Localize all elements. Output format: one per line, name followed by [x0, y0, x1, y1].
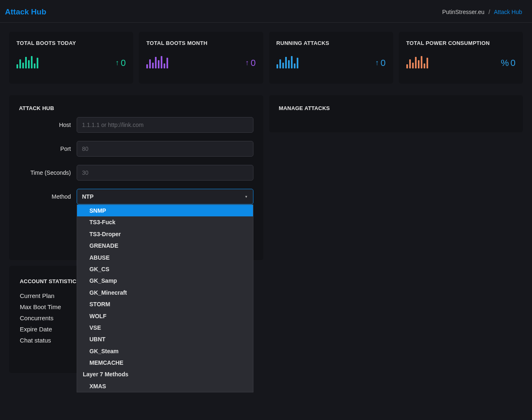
method-option[interactable]: VSE [77, 322, 253, 333]
manage-attacks-panel: MANAGE ATTACKS [269, 95, 523, 132]
topbar: Attack Hub PutinStresser.eu / Attack Hub [0, 0, 532, 23]
stat-label: RUNNING ATTACKS [277, 40, 386, 46]
mini-bar-chart-icon [406, 54, 428, 68]
method-option[interactable]: STORM [77, 298, 253, 310]
time-input[interactable] [77, 165, 253, 181]
breadcrumb-root[interactable]: PutinStresser.eu [442, 9, 485, 15]
method-option[interactable]: GRENADE [77, 240, 253, 251]
stat-value: ↑ 0 [245, 58, 255, 68]
method-dropdown[interactable]: SNMPTS3-FuckTS3-DroperGRENADEABUSEGK_CSG… [77, 204, 253, 392]
mini-bar-chart-icon [277, 54, 298, 68]
panel-title: MANAGE ATTACKS [279, 105, 513, 111]
method-option[interactable]: GK_Samp [77, 275, 253, 286]
port-label: Port [19, 145, 77, 152]
method-option[interactable]: MEMCACHE [77, 357, 253, 368]
arrow-up-icon: ↑ [115, 59, 119, 67]
method-option[interactable]: GK_CS [77, 263, 253, 275]
page-title: Attack Hub [5, 7, 46, 16]
method-option[interactable]: XMAS [77, 380, 253, 392]
stat-value: %0 [501, 58, 516, 68]
stat-card-boots-today: TOTAL BOOTS TODAY ↑ 0 [9, 32, 133, 84]
method-option[interactable]: ABUSE [77, 252, 253, 263]
attack-hub-panel: ATTACK HUB Host Port Time (Seconds) Meth… [9, 95, 263, 260]
method-option[interactable]: TS3-Fuck [77, 216, 253, 228]
method-selected-value: NTP [82, 193, 94, 200]
stat-card-running: RUNNING ATTACKS ↑ 0 [269, 32, 393, 84]
method-option[interactable]: SNMP [77, 205, 253, 216]
stat-card-boots-month: TOTAL BOOTS MONTH ↑ 0 [139, 32, 263, 84]
port-input[interactable] [77, 141, 253, 157]
method-optgroup-label: Layer 7 Methods [77, 368, 253, 380]
stat-value: ↑ 0 [115, 58, 126, 68]
method-option[interactable]: UBNT [77, 333, 253, 345]
method-option[interactable]: WOLF [77, 310, 253, 322]
method-option[interactable]: TS3-Droper [77, 228, 253, 240]
time-label: Time (Seconds) [19, 169, 77, 176]
host-label: Host [19, 122, 77, 128]
method-option[interactable]: GK_Minecraft [77, 287, 253, 298]
stat-label: TOTAL POWER CONSUMPTION [406, 40, 516, 46]
arrow-up-icon: ↑ [375, 59, 379, 67]
breadcrumb: PutinStresser.eu / Attack Hub [442, 9, 522, 15]
stat-label: TOTAL BOOTS TODAY [16, 40, 126, 46]
arrow-up-icon: ↑ [245, 59, 249, 67]
host-input[interactable] [77, 117, 253, 133]
stat-label: TOTAL BOOTS MONTH [146, 40, 255, 46]
chevron-down-icon: ▼ [245, 195, 248, 199]
mini-bar-chart-icon [146, 54, 168, 68]
stat-card-power: TOTAL POWER CONSUMPTION %0 [399, 32, 523, 84]
breadcrumb-current[interactable]: Attack Hub [494, 9, 522, 15]
stats-row: TOTAL BOOTS TODAY ↑ 0 TOTAL BOOTS MONTH … [9, 32, 523, 84]
percent-prefix: % [501, 58, 509, 68]
panel-title: ATTACK HUB [19, 105, 253, 111]
breadcrumb-sep: / [486, 9, 493, 15]
mini-bar-chart-icon [16, 54, 38, 68]
method-label: Method [19, 193, 77, 200]
method-select[interactable]: NTP ▼ [77, 189, 253, 204]
method-option[interactable]: XACK [77, 392, 253, 392]
stat-value: ↑ 0 [375, 58, 386, 68]
method-option[interactable]: GK_Steam [77, 345, 253, 357]
